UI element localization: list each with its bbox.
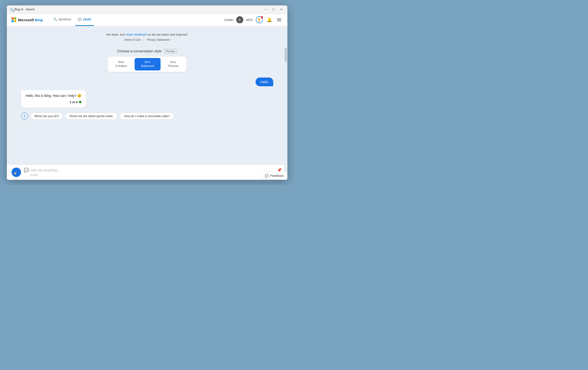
feedback-button[interactable]: 💬 Feedback (261, 172, 287, 180)
window-title: Bing AI - Search (14, 8, 263, 11)
notifications-button[interactable]: 🔔 (266, 16, 273, 23)
style-label-row: Choose a conversation style Preview (117, 49, 177, 53)
share-feedback-link[interactable]: share feedback (126, 33, 147, 36)
trophy-icon: 🏆 (257, 18, 261, 22)
scrollbar-thumb[interactable] (284, 48, 287, 62)
sweep-icon: 🧹 (14, 170, 19, 175)
user-points: 4371 (246, 18, 253, 22)
nav-chat[interactable]: 💬 CHAT (75, 14, 94, 26)
menu-line-1 (277, 18, 281, 19)
user-message: Hello (256, 78, 273, 86)
suggestions-row: ? What can you do? Show me the latest sp… (21, 112, 273, 122)
suggestion-chip-2[interactable]: Show me the latest sports news. (65, 113, 117, 120)
bot-greeting-text: Hello, this is Bing. How can I help? 😊 (26, 94, 81, 98)
avatar[interactable]: C (236, 16, 243, 23)
conversation-style-section: Choose a conversation style Preview More… (21, 49, 273, 72)
maximize-button[interactable]: ☐ (270, 7, 277, 12)
terms-of-use-link[interactable]: Terms of Use (124, 38, 141, 41)
consent-text: the facts, and share feedback so we can … (21, 33, 273, 36)
browser-icon: 🔍 (10, 8, 13, 11)
input-inner: 💬 📌 (24, 168, 283, 173)
input-area: 🧹 💬 📌 0/2000 (7, 164, 287, 180)
menu-line-3 (277, 21, 281, 21)
input-box: 💬 📌 0/2000 (24, 168, 283, 176)
logo[interactable]: Microsoft Bing (11, 17, 43, 22)
nav-search[interactable]: 🔍 SEARCH (51, 14, 74, 26)
message-counter: 1 of 6 (70, 100, 78, 104)
chat-area: the facts, and share feedback so we can … (7, 26, 287, 164)
green-dot-icon (79, 101, 81, 103)
bot-message: Hello, this is Bing. How can I help? 😊 1… (21, 90, 86, 108)
message-bot-footer: 1 of 6 (26, 100, 81, 104)
microsoft-logo-icon (11, 17, 16, 22)
window-controls: — ☐ ✕ (263, 7, 284, 12)
main-content: the facts, and share feedback so we can … (7, 26, 287, 180)
consent-links-row: Terms of Use | Privacy Statement (21, 38, 273, 41)
minimize-button[interactable]: — (263, 7, 270, 12)
style-precise-button[interactable]: More Precise (161, 58, 185, 71)
style-label: Choose a conversation style (117, 49, 161, 53)
feedback-label: Feedback (270, 174, 284, 177)
rewards-badge-button[interactable]: 🏆 (256, 16, 263, 23)
logo-text: Microsoft Bing (18, 18, 43, 22)
feedback-icon: 💬 (265, 174, 269, 178)
user-name: Corbin (224, 18, 233, 22)
chat-nav-icon: 💬 (78, 18, 82, 21)
title-bar: 🔍 Bing AI - Search — ☐ ✕ (7, 5, 287, 14)
pipe-divider: | (144, 38, 144, 41)
pin-icon: 📌 (277, 168, 282, 172)
header: Microsoft Bing 🔍 SEARCH 💬 CHAT Corbin C … (7, 14, 287, 26)
bell-icon: 🔔 (267, 17, 272, 22)
question-mark-icon: ? (24, 114, 25, 118)
suggestion-chip-3[interactable]: How do I make a chocolate cake? (120, 113, 174, 120)
style-balanced-button[interactable]: More Balanced (135, 58, 161, 71)
char-count: 0/2000 (24, 174, 283, 176)
suggestion-help-icon[interactable]: ? (21, 113, 28, 120)
preview-badge: Preview (164, 49, 177, 53)
menu-line-2 (277, 20, 281, 20)
browser-window: 🔍 Bing AI - Search — ☐ ✕ Microsoft Bing … (7, 5, 287, 180)
main-nav: 🔍 SEARCH 💬 CHAT (51, 14, 94, 26)
consent-section: the facts, and share feedback so we can … (21, 31, 273, 45)
header-right: Corbin C 4371 🏆 🔔 (224, 16, 283, 23)
suggestion-chip-1[interactable]: What can you do? (31, 113, 63, 120)
chat-input-icon: 💬 (24, 168, 29, 173)
scrollbar-track[interactable] (284, 38, 287, 180)
privacy-statement-link[interactable]: Privacy Statement (147, 38, 170, 41)
chat-input[interactable] (31, 168, 274, 172)
style-buttons-container: More Creative More Balanced More Precise (108, 57, 187, 72)
style-creative-button[interactable]: More Creative (109, 58, 134, 71)
sweep-button[interactable]: 🧹 (11, 168, 21, 177)
close-button[interactable]: ✕ (278, 7, 284, 12)
search-icon: 🔍 (53, 18, 57, 21)
menu-button[interactable] (276, 16, 283, 23)
